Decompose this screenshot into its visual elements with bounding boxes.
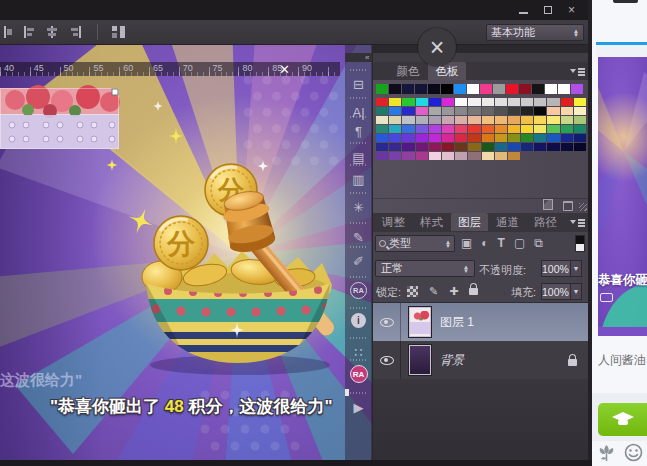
swatch[interactable]	[574, 134, 586, 142]
chat-shared-image[interactable]: 恭喜你砸	[598, 57, 647, 336]
collapse-panels-icon[interactable]: «	[365, 53, 369, 62]
swatch[interactable]	[442, 116, 454, 124]
recent-swatch[interactable]	[467, 84, 479, 94]
swatch[interactable]	[547, 98, 559, 106]
swatch[interactable]	[429, 98, 441, 106]
swatch[interactable]	[468, 134, 480, 142]
swatch[interactable]	[389, 134, 401, 142]
swatch[interactable]	[402, 152, 414, 160]
swatch[interactable]	[376, 143, 388, 151]
swatch[interactable]	[482, 125, 494, 133]
swatch[interactable]	[376, 116, 388, 124]
swatch[interactable]	[547, 116, 559, 124]
swatch[interactable]	[534, 116, 546, 124]
layer-name[interactable]: 背景	[440, 352, 464, 369]
swatch[interactable]	[429, 116, 441, 124]
swatch[interactable]	[455, 152, 467, 160]
character-icon[interactable]: A|	[345, 103, 372, 121]
recent-swatch[interactable]	[480, 84, 492, 94]
layer-thumbnail[interactable]	[409, 307, 431, 337]
fill-value[interactable]: 100%	[541, 283, 571, 300]
swatch[interactable]	[376, 98, 388, 106]
swatch[interactable]	[482, 143, 494, 151]
swatch[interactable]	[389, 116, 401, 124]
align-centers-icon[interactable]	[45, 25, 60, 39]
swatch[interactable]	[495, 125, 507, 133]
swatch[interactable]	[495, 116, 507, 124]
swatch[interactable]	[442, 152, 454, 160]
swatch[interactable]	[416, 116, 428, 124]
swatch[interactable]	[429, 152, 441, 160]
filter-adjustment-layers-icon[interactable]: ◐	[481, 236, 488, 251]
tab-color[interactable]: 颜色	[390, 62, 426, 80]
floating-close-button[interactable]: ×	[418, 28, 456, 66]
swatch[interactable]	[455, 125, 467, 133]
recent-swatch[interactable]	[571, 84, 583, 94]
align-right-edges-icon[interactable]	[69, 25, 84, 39]
swatch[interactable]	[574, 98, 586, 106]
opacity-value[interactable]: 100%	[541, 260, 571, 277]
trash-icon[interactable]	[563, 201, 573, 211]
fill-dropdown-arrow[interactable]: ▼	[571, 283, 582, 300]
swatch[interactable]	[561, 98, 573, 106]
swatch[interactable]	[468, 98, 480, 106]
swatch[interactable]	[561, 116, 573, 124]
recent-swatch[interactable]	[558, 84, 570, 94]
tab-通道[interactable]: 通道	[489, 213, 526, 231]
swatch[interactable]	[534, 134, 546, 142]
filter-type-layers-icon[interactable]: T	[498, 236, 505, 251]
smiley-icon[interactable]	[624, 443, 643, 462]
swatch[interactable]	[429, 125, 441, 133]
swatch[interactable]	[416, 152, 428, 160]
panel-menu-icon[interactable]	[570, 68, 584, 76]
blend-mode-dropdown[interactable]: 正常 ▲▼	[375, 260, 475, 277]
swatch[interactable]	[521, 98, 533, 106]
swatch[interactable]	[521, 116, 533, 124]
swatch[interactable]	[534, 125, 546, 133]
canvas[interactable]: 分 分	[0, 45, 372, 460]
swatch[interactable]	[389, 98, 401, 106]
swatch[interactable]	[547, 107, 559, 115]
brushes-icon[interactable]: ✐	[345, 252, 372, 270]
tool-presets-icon[interactable]: ✎	[345, 228, 372, 246]
recent-swatch[interactable]	[441, 84, 453, 94]
swatch[interactable]	[495, 107, 507, 115]
swatch[interactable]	[547, 134, 559, 142]
recent-swatch[interactable]	[415, 84, 427, 94]
layer-name[interactable]: 图层 1	[440, 314, 474, 331]
chat-action-button[interactable]	[598, 403, 647, 436]
swatch[interactable]	[389, 125, 401, 133]
swatch[interactable]	[521, 134, 533, 142]
swatch[interactable]	[455, 134, 467, 142]
swatch[interactable]	[442, 98, 454, 106]
swatch[interactable]	[442, 125, 454, 133]
swatch[interactable]	[402, 125, 414, 133]
swatch[interactable]	[561, 125, 573, 133]
swatch[interactable]	[521, 143, 533, 151]
tab-图层[interactable]: 图层	[451, 213, 488, 231]
swatch[interactable]	[521, 125, 533, 133]
swatch[interactable]	[482, 107, 494, 115]
layer-row-selected[interactable]: 图层 1	[373, 303, 589, 341]
swatch[interactable]	[508, 116, 520, 124]
swatch[interactable]	[468, 152, 480, 160]
new-swatch-icon[interactable]	[543, 199, 553, 210]
close-button[interactable]: ×	[565, 3, 578, 16]
swatch[interactable]	[495, 152, 507, 160]
filter-smart-objects-icon[interactable]: ⧉	[534, 236, 543, 251]
swatch[interactable]	[508, 125, 520, 133]
swatch[interactable]	[468, 107, 480, 115]
maximize-button[interactable]	[541, 3, 554, 16]
swatch[interactable]	[429, 143, 441, 151]
recent-swatch[interactable]	[519, 84, 531, 94]
share-icon[interactable]: ✳	[345, 198, 372, 216]
swatch[interactable]	[482, 134, 494, 142]
swatch[interactable]	[508, 143, 520, 151]
recent-swatch[interactable]	[545, 84, 557, 94]
swatch[interactable]	[455, 98, 467, 106]
swatch[interactable]	[534, 143, 546, 151]
swatch[interactable]	[495, 143, 507, 151]
swatch[interactable]	[389, 143, 401, 151]
recent-swatch[interactable]	[532, 84, 544, 94]
filter-pixel-layers-icon[interactable]: ▣	[461, 236, 472, 251]
